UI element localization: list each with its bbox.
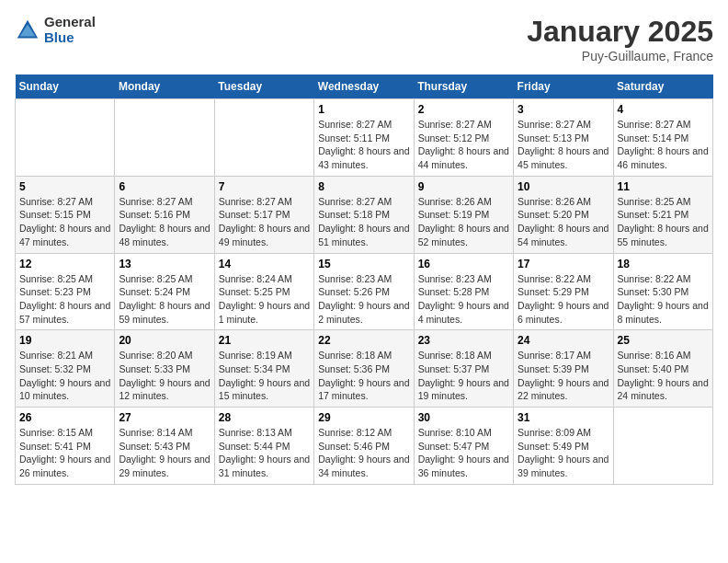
day-info: Sunrise: 8:26 AMSunset: 5:19 PMDaylight:… [418, 195, 509, 249]
day-info: Sunrise: 8:16 AMSunset: 5:40 PMDaylight:… [618, 349, 709, 403]
calendar-cell: 6Sunrise: 8:27 AMSunset: 5:16 PMDaylight… [115, 176, 214, 253]
day-number: 31 [518, 411, 609, 424]
calendar-cell [613, 408, 712, 485]
day-number: 1 [318, 103, 409, 116]
day-number: 5 [19, 180, 110, 193]
day-info: Sunrise: 8:25 AMSunset: 5:23 PMDaylight:… [19, 272, 110, 327]
calendar-cell: 20Sunrise: 8:20 AMSunset: 5:33 PMDayligh… [115, 330, 214, 408]
day-info: Sunrise: 8:13 AMSunset: 5:44 PMDaylight:… [219, 426, 310, 480]
calendar-cell: 16Sunrise: 8:23 AMSunset: 5:28 PMDayligh… [414, 253, 513, 330]
day-number: 18 [618, 258, 709, 270]
day-number: 27 [119, 411, 210, 424]
day-number: 7 [219, 180, 310, 193]
day-info: Sunrise: 8:09 AMSunset: 5:49 PMDaylight:… [518, 426, 609, 480]
day-info: Sunrise: 8:27 AMSunset: 5:11 PMDaylight:… [318, 118, 409, 172]
day-info: Sunrise: 8:26 AMSunset: 5:20 PMDaylight:… [518, 195, 609, 249]
header-sunday: Sunday [16, 75, 115, 99]
calendar-cell: 10Sunrise: 8:26 AMSunset: 5:20 PMDayligh… [514, 176, 613, 253]
calendar-cell: 18Sunrise: 8:22 AMSunset: 5:30 PMDayligh… [613, 253, 712, 330]
day-number: 22 [318, 334, 409, 347]
day-info: Sunrise: 8:27 AMSunset: 5:12 PMDaylight:… [418, 118, 509, 172]
calendar-table: Sunday Monday Tuesday Wednesday Thursday… [15, 75, 713, 485]
day-number: 2 [418, 103, 509, 116]
calendar-cell: 15Sunrise: 8:23 AMSunset: 5:26 PMDayligh… [314, 253, 414, 330]
day-info: Sunrise: 8:17 AMSunset: 5:39 PMDaylight:… [518, 349, 609, 403]
header-monday: Monday [115, 75, 214, 99]
day-info: Sunrise: 8:18 AMSunset: 5:37 PMDaylight:… [418, 349, 509, 403]
calendar-cell: 4Sunrise: 8:27 AMSunset: 5:14 PMDaylight… [613, 99, 712, 177]
day-number: 16 [418, 258, 509, 270]
day-info: Sunrise: 8:27 AMSunset: 5:17 PMDaylight:… [219, 195, 310, 249]
calendar-cell: 5Sunrise: 8:27 AMSunset: 5:15 PMDaylight… [16, 176, 115, 253]
calendar-cell: 21Sunrise: 8:19 AMSunset: 5:34 PMDayligh… [214, 330, 313, 408]
day-number: 11 [618, 180, 709, 193]
calendar-cell: 9Sunrise: 8:26 AMSunset: 5:19 PMDaylight… [414, 176, 513, 253]
calendar-cell: 12Sunrise: 8:25 AMSunset: 5:23 PMDayligh… [16, 253, 115, 330]
calendar-cell: 3Sunrise: 8:27 AMSunset: 5:13 PMDaylight… [514, 99, 613, 177]
weekday-header-row: Sunday Monday Tuesday Wednesday Thursday… [16, 75, 713, 99]
calendar-cell: 2Sunrise: 8:27 AMSunset: 5:12 PMDaylight… [414, 99, 513, 177]
day-number: 20 [119, 334, 210, 347]
calendar-cell: 26Sunrise: 8:15 AMSunset: 5:41 PMDayligh… [16, 408, 115, 485]
day-number: 19 [19, 334, 110, 347]
calendar-cell: 8Sunrise: 8:27 AMSunset: 5:18 PMDaylight… [314, 176, 414, 253]
page-header: General Blue January 2025 Puy-Guillaume,… [15, 15, 713, 63]
day-number: 26 [19, 411, 110, 424]
day-info: Sunrise: 8:27 AMSunset: 5:15 PMDaylight:… [19, 195, 110, 249]
calendar-cell: 24Sunrise: 8:17 AMSunset: 5:39 PMDayligh… [514, 330, 613, 408]
header-thursday: Thursday [414, 75, 513, 99]
day-number: 17 [518, 258, 609, 270]
day-number: 6 [119, 180, 210, 193]
title-block: January 2025 Puy-Guillaume, France [527, 15, 713, 63]
calendar-cell: 30Sunrise: 8:10 AMSunset: 5:47 PMDayligh… [414, 408, 513, 485]
header-wednesday: Wednesday [314, 75, 414, 99]
day-info: Sunrise: 8:27 AMSunset: 5:14 PMDaylight:… [618, 118, 709, 172]
day-info: Sunrise: 8:18 AMSunset: 5:36 PMDaylight:… [318, 349, 409, 403]
day-info: Sunrise: 8:25 AMSunset: 5:21 PMDaylight:… [618, 195, 709, 249]
calendar-cell: 17Sunrise: 8:22 AMSunset: 5:29 PMDayligh… [514, 253, 613, 330]
day-info: Sunrise: 8:23 AMSunset: 5:28 PMDaylight:… [418, 272, 509, 327]
logo: General Blue [15, 15, 96, 45]
day-number: 10 [518, 180, 609, 193]
calendar-cell: 31Sunrise: 8:09 AMSunset: 5:49 PMDayligh… [514, 408, 613, 485]
day-info: Sunrise: 8:19 AMSunset: 5:34 PMDaylight:… [219, 349, 310, 403]
day-number: 9 [418, 180, 509, 193]
calendar-cell: 28Sunrise: 8:13 AMSunset: 5:44 PMDayligh… [214, 408, 313, 485]
calendar-week-3: 19Sunrise: 8:21 AMSunset: 5:32 PMDayligh… [16, 330, 713, 408]
calendar-cell [214, 99, 313, 177]
day-info: Sunrise: 8:27 AMSunset: 5:13 PMDaylight:… [518, 118, 609, 172]
calendar-cell: 29Sunrise: 8:12 AMSunset: 5:46 PMDayligh… [314, 408, 414, 485]
calendar-cell: 7Sunrise: 8:27 AMSunset: 5:17 PMDaylight… [214, 176, 313, 253]
calendar-cell: 23Sunrise: 8:18 AMSunset: 5:37 PMDayligh… [414, 330, 513, 408]
day-number: 29 [318, 411, 409, 424]
day-info: Sunrise: 8:27 AMSunset: 5:16 PMDaylight:… [119, 195, 210, 249]
header-saturday: Saturday [613, 75, 712, 99]
logo-icon [15, 17, 40, 43]
day-info: Sunrise: 8:14 AMSunset: 5:43 PMDaylight:… [119, 426, 210, 480]
calendar-week-2: 12Sunrise: 8:25 AMSunset: 5:23 PMDayligh… [16, 253, 713, 330]
calendar-week-0: 1Sunrise: 8:27 AMSunset: 5:11 PMDaylight… [16, 99, 713, 177]
day-number: 15 [318, 258, 409, 270]
calendar-cell: 11Sunrise: 8:25 AMSunset: 5:21 PMDayligh… [613, 176, 712, 253]
day-number: 28 [219, 411, 310, 424]
calendar-cell: 1Sunrise: 8:27 AMSunset: 5:11 PMDaylight… [314, 99, 414, 177]
day-number: 12 [19, 258, 110, 270]
logo-general: General [44, 15, 96, 30]
calendar-cell [115, 99, 214, 177]
day-info: Sunrise: 8:24 AMSunset: 5:25 PMDaylight:… [219, 272, 310, 327]
day-info: Sunrise: 8:12 AMSunset: 5:46 PMDaylight:… [318, 426, 409, 480]
day-number: 4 [618, 103, 709, 116]
logo-text: General Blue [44, 15, 96, 45]
day-number: 30 [418, 411, 509, 424]
calendar-subtitle: Puy-Guillaume, France [527, 49, 713, 63]
calendar-cell: 25Sunrise: 8:16 AMSunset: 5:40 PMDayligh… [613, 330, 712, 408]
calendar-title: January 2025 [527, 15, 713, 49]
day-info: Sunrise: 8:25 AMSunset: 5:24 PMDaylight:… [119, 272, 210, 327]
day-info: Sunrise: 8:20 AMSunset: 5:33 PMDaylight:… [119, 349, 210, 403]
calendar-cell [16, 99, 115, 177]
day-number: 25 [618, 334, 709, 347]
day-info: Sunrise: 8:21 AMSunset: 5:32 PMDaylight:… [19, 349, 110, 403]
day-number: 3 [518, 103, 609, 116]
logo-blue: Blue [44, 30, 96, 46]
day-number: 13 [119, 258, 210, 270]
